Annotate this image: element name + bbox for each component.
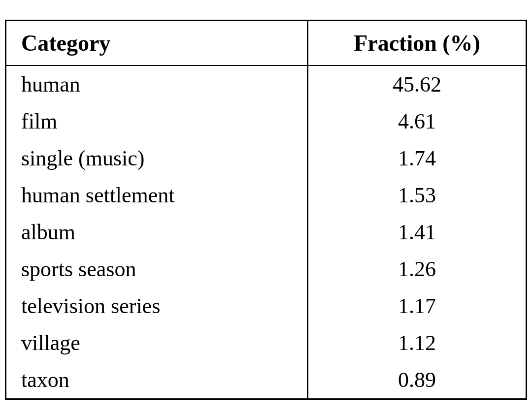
table-row: single (music)1.74 bbox=[6, 140, 527, 177]
table-row: village1.12 bbox=[6, 324, 527, 361]
cell-fraction: 1.17 bbox=[308, 288, 527, 324]
cell-fraction: 0.89 bbox=[308, 361, 527, 399]
header-category: Category bbox=[6, 20, 308, 65]
cell-category: human bbox=[6, 65, 308, 103]
table-row: album1.41 bbox=[6, 214, 527, 251]
data-table: Category Fraction (%) human45.62film4.61… bbox=[5, 20, 527, 400]
cell-fraction: 1.41 bbox=[308, 214, 527, 251]
cell-fraction: 1.26 bbox=[308, 251, 527, 288]
table-container: Category Fraction (%) human45.62film4.61… bbox=[5, 20, 527, 400]
cell-category: village bbox=[6, 324, 308, 361]
table-row: human45.62 bbox=[6, 65, 527, 103]
cell-category: album bbox=[6, 214, 308, 251]
cell-fraction: 1.12 bbox=[308, 324, 527, 361]
table-row: film4.61 bbox=[6, 103, 527, 140]
cell-category: television series bbox=[6, 288, 308, 324]
table-row: human settlement1.53 bbox=[6, 177, 527, 214]
cell-category: single (music) bbox=[6, 140, 308, 177]
cell-fraction: 1.53 bbox=[308, 177, 527, 214]
cell-category: taxon bbox=[6, 361, 308, 399]
table-row: sports season1.26 bbox=[6, 251, 527, 288]
table-row: taxon0.89 bbox=[6, 361, 527, 399]
header-fraction: Fraction (%) bbox=[308, 20, 527, 65]
cell-fraction: 1.74 bbox=[308, 140, 527, 177]
cell-fraction: 45.62 bbox=[308, 65, 527, 103]
cell-category: film bbox=[6, 103, 308, 140]
cell-fraction: 4.61 bbox=[308, 103, 527, 140]
table-row: television series1.17 bbox=[6, 288, 527, 324]
cell-category: sports season bbox=[6, 251, 308, 288]
cell-category: human settlement bbox=[6, 177, 308, 214]
